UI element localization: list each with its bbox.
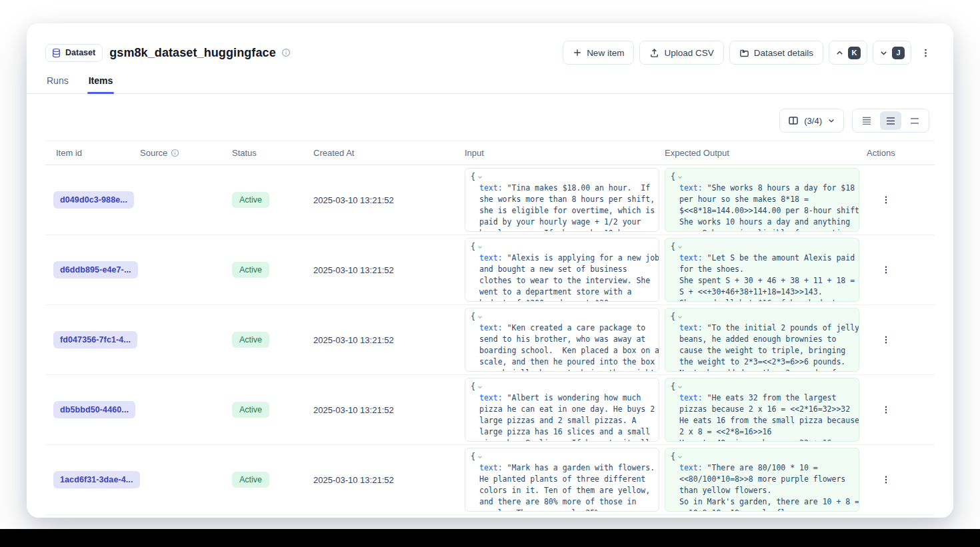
header-more-button[interactable] <box>917 41 935 65</box>
source-info-icon[interactable] <box>171 149 179 157</box>
row-height-small-button[interactable] <box>856 111 877 130</box>
collapse-chevron-icon[interactable] <box>677 174 683 181</box>
code-line: $<<8*18=144.00>>144.00 per 8-hour shift <box>671 205 853 217</box>
new-item-label: New item <box>587 48 624 58</box>
code-line: He planted plants of three different <box>471 474 653 485</box>
row-actions-button[interactable] <box>877 261 895 278</box>
expected-output-cell: { text: "He eats 32 from the largestpizz… <box>665 378 867 442</box>
row-actions-button[interactable] <box>877 471 895 488</box>
code-line: for the shoes. <box>671 264 853 275</box>
database-icon <box>51 48 61 58</box>
new-item-button[interactable]: New item <box>563 41 634 65</box>
code-line: <<10+8=18>>18 purple flowers <box>671 508 853 512</box>
actions-cell <box>867 401 935 418</box>
tab-runs[interactable]: Runs <box>45 75 70 93</box>
columns-selector-button[interactable]: (3/4) <box>779 109 844 133</box>
code-line: the weight to 2*3=<<2*3=6>>6 pounds. <box>671 356 853 368</box>
collapse-chevron-icon[interactable] <box>477 174 483 181</box>
created-at-cell: 2025-03-10 13:21:52 <box>313 195 465 205</box>
title-info-icon[interactable] <box>281 48 291 57</box>
json-open-brace: { <box>671 381 853 392</box>
input-code-box[interactable]: { text: "Tina makes $18.00 an hour. Ifsh… <box>465 168 659 232</box>
kebab-icon <box>881 475 891 484</box>
status-badge: Active <box>232 192 269 208</box>
row-actions-button[interactable] <box>877 331 895 348</box>
collapse-chevron-icon[interactable] <box>477 384 483 390</box>
header-actions: New item Upload CSV <box>563 41 935 65</box>
created-at-cell: 2025-03-10 13:21:52 <box>313 265 465 275</box>
input-code-box[interactable]: { text: "Alexis is applying for a new jo… <box>465 238 659 302</box>
code-line: text: "Ken created a care package to <box>471 322 653 334</box>
item-id-badge[interactable]: d6ddb895-e4e7-... <box>53 261 138 278</box>
collapse-chevron-icon[interactable] <box>477 454 483 460</box>
expected-output-cell: { text: "Let S be the amount Alexis paid… <box>665 238 867 302</box>
code-line: text: "He eats 32 from the largest <box>671 392 853 404</box>
json-open-brace: { <box>671 311 853 322</box>
code-line: large pizzas and 2 small pizzas. A <box>471 415 653 426</box>
expected-output-code-box[interactable]: { text: "To the initial 2 pounds of jell… <box>665 308 859 372</box>
code-line: enough jelly beans to bring the weight <box>471 368 653 372</box>
code-line: text: "To the initial 2 pounds of jelly <box>671 322 853 334</box>
code-line: text: "Mark has a garden with flowers. <box>471 462 653 474</box>
kebab-icon <box>921 48 931 58</box>
actions-cell <box>867 261 935 278</box>
tab-items[interactable]: Items <box>87 75 115 93</box>
code-line: send to his brother, who was away at <box>471 334 653 345</box>
expected-output-code-box[interactable]: { text: "He eats 32 from the largestpizz… <box>665 378 859 442</box>
prev-item-button[interactable]: K <box>829 41 867 65</box>
table-toolbar: (3/4) <box>51 109 929 133</box>
item-id-badge[interactable]: db5bbd50-4460... <box>53 401 135 418</box>
item-id-cell: db5bbd50-4460... <box>45 401 140 418</box>
input-code-box[interactable]: { text: "Albert is wondering how muchpiz… <box>465 378 659 442</box>
collapse-chevron-icon[interactable] <box>677 384 683 390</box>
item-id-badge[interactable]: fd047356-7fc1-4... <box>53 331 137 348</box>
code-line: She works 10 hours a day and anything <box>671 217 853 228</box>
collapse-chevron-icon[interactable] <box>477 314 483 320</box>
collapse-chevron-icon[interactable] <box>477 244 483 251</box>
dataset-badge-label: Dataset <box>65 48 95 57</box>
actions-cell <box>867 471 935 488</box>
collapse-chevron-icon[interactable] <box>677 244 683 251</box>
app-window: Dataset gsm8k_dataset_huggingface New it… <box>27 23 953 518</box>
chevron-up-icon <box>835 49 844 57</box>
code-line: over 8 hours is eligible for overtime <box>671 228 853 232</box>
upload-csv-label: Upload CSV <box>664 48 713 58</box>
item-id-badge[interactable]: 1acd6f31-3dae-4... <box>53 471 140 488</box>
json-open-brace: { <box>671 241 853 253</box>
col-header-actions: Actions <box>867 148 935 158</box>
row-actions-button[interactable] <box>877 191 895 209</box>
row-height-medium-button[interactable] <box>880 111 901 130</box>
json-open-brace: { <box>671 171 853 183</box>
collapse-chevron-icon[interactable] <box>677 314 683 320</box>
input-code-box[interactable]: { text: "Mark has a garden with flowers.… <box>465 448 659 512</box>
expected-output-code-box[interactable]: { text: "She works 8 hours a day for $18… <box>665 168 859 232</box>
col-header-input: Input <box>465 148 665 158</box>
item-id-cell: d049d0c3-988e... <box>45 191 140 209</box>
dataset-details-button[interactable]: Dataset details <box>729 41 823 65</box>
code-line: budget of $200 and spent $30 on a <box>471 298 653 302</box>
expected-output-cell: { text: "There are 80/100 * 10 =<<80/100… <box>665 448 867 512</box>
keycap-j: J <box>892 47 905 59</box>
json-open-brace: { <box>471 381 653 392</box>
item-id-badge[interactable]: d049d0c3-988e... <box>53 191 134 209</box>
row-height-large-button[interactable] <box>904 111 925 130</box>
code-line: pizzas because 2 x 16 = <<2*16=32>>32 <box>671 404 853 415</box>
table-row: d6ddb895-e4e7-... Active 2025-03-10 13:2… <box>45 235 935 305</box>
next-item-button[interactable]: J <box>873 41 911 65</box>
table-row: fd047356-7fc1-4... Active 2025-03-10 13:… <box>45 305 935 375</box>
row-actions-button[interactable] <box>877 401 895 418</box>
code-line: Next, he added another 2 pounds of <box>671 368 853 372</box>
input-code-box[interactable]: { text: "Ken created a care package tose… <box>465 308 659 372</box>
collapse-chevron-icon[interactable] <box>677 454 683 460</box>
tab-bar: Runs Items <box>27 75 953 94</box>
expected-output-code-box[interactable]: { text: "Let S be the amount Alexis paid… <box>665 238 859 302</box>
page-header: Dataset gsm8k_dataset_huggingface New it… <box>27 23 953 65</box>
col-header-expected-output: Expected Output <box>665 148 867 158</box>
upload-csv-button[interactable]: Upload CSV <box>639 41 723 65</box>
expected-output-code-box[interactable]: { text: "There are 80/100 * 10 =<<80/100… <box>665 448 859 512</box>
created-at-cell: 2025-03-10 13:21:52 <box>313 335 465 345</box>
col-header-item-id: Item id <box>45 148 140 158</box>
status-cell: Active <box>232 472 313 488</box>
table-body: d049d0c3-988e... Active 2025-03-10 13:21… <box>45 165 935 515</box>
table-row: d049d0c3-988e... Active 2025-03-10 13:21… <box>45 165 935 235</box>
